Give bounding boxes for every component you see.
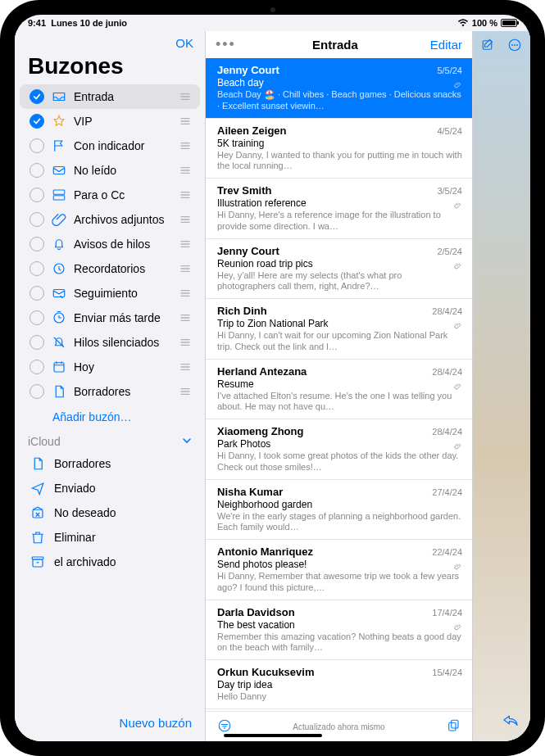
- checkbox[interactable]: [30, 138, 44, 153]
- more-icon[interactable]: •••: [216, 36, 240, 53]
- copy-icon[interactable]: [446, 718, 461, 735]
- mailbox-item-today[interactable]: Hoy: [20, 355, 200, 379]
- mailbox-item-doc[interactable]: Borradores: [20, 379, 200, 404]
- drag-handle-icon[interactable]: [179, 142, 192, 150]
- message-row[interactable]: Antonio Manriquez22/4/24Send photos plea…: [206, 540, 472, 600]
- status-bar: 9:41 Lunes 10 de junio 100 %: [15, 15, 530, 31]
- message-row[interactable]: Nisha Kumar27/4/24Neighborhood gardenWe'…: [206, 480, 472, 541]
- message-row[interactable]: Jenny Court2/5/24Reunion road trip picsH…: [206, 239, 472, 300]
- drag-handle-icon[interactable]: [179, 191, 192, 199]
- message-date: 28/4/24: [432, 306, 462, 316]
- checkbox[interactable]: [30, 114, 44, 129]
- drag-handle-icon[interactable]: [179, 117, 192, 125]
- doc-icon: [30, 455, 46, 472]
- edit-button[interactable]: Editar: [430, 38, 462, 52]
- mailbox-item-inbox[interactable]: Entrada: [20, 84, 200, 109]
- checkbox[interactable]: [30, 310, 44, 325]
- message-subject: Park Photos: [217, 438, 462, 450]
- trash-icon: [30, 529, 46, 545]
- mailbox-label: VIP: [74, 115, 179, 128]
- checkbox[interactable]: [30, 237, 44, 251]
- drag-handle-icon[interactable]: [179, 387, 192, 396]
- checkbox[interactable]: [30, 360, 44, 374]
- message-subject: Neighborhood garden: [217, 499, 462, 510]
- drag-handle-icon[interactable]: [179, 240, 192, 248]
- mailbox-item-mail[interactable]: No leído: [20, 158, 200, 183]
- message-preview-pane: [473, 31, 530, 741]
- mailbox-item-clock[interactable]: Recordatorios: [20, 256, 200, 281]
- account-folder-doc[interactable]: Borradores: [15, 451, 205, 476]
- folder-label: Enviado: [54, 482, 96, 495]
- account-folder-sent[interactable]: Enviado: [15, 476, 205, 500]
- compose-icon[interactable]: [479, 36, 497, 54]
- checkbox[interactable]: [30, 212, 44, 227]
- followup-icon: [51, 285, 67, 301]
- message-date: 15/4/24: [432, 668, 462, 677]
- message-row[interactable]: Jenny Court5/5/24Beach dayBeach Day 🏖️ ·…: [206, 58, 472, 119]
- checkbox[interactable]: [30, 384, 44, 399]
- drag-handle-icon[interactable]: [179, 363, 192, 371]
- mailbox-item-star[interactable]: VIP: [20, 109, 200, 134]
- svg-rect-1: [53, 190, 65, 194]
- mailbox-label: Con indicador: [74, 139, 179, 152]
- drag-handle-icon[interactable]: [179, 314, 192, 322]
- svg-rect-9: [32, 557, 43, 559]
- mailbox-item-clip[interactable]: Archivos adjuntos: [20, 207, 200, 232]
- sync-status: Actualizado ahora mismo: [232, 722, 446, 731]
- flag-icon: [51, 138, 67, 154]
- message-subject: Resume: [217, 378, 462, 390]
- drag-handle-icon[interactable]: [179, 93, 192, 101]
- message-preview: Beach Day 🏖️ · Chill vibes · Beach games…: [217, 89, 462, 112]
- account-folder-junk[interactable]: No deseado: [15, 500, 205, 525]
- drag-handle-icon[interactable]: [179, 166, 192, 174]
- drag-handle-icon[interactable]: [179, 215, 192, 224]
- mailbox-item-sendlater[interactable]: Enviar más tarde: [20, 306, 200, 330]
- mailbox-label: Recordatorios: [74, 262, 179, 275]
- message-preview: Hi Danny, I took some great photos of th…: [217, 450, 462, 473]
- home-indicator[interactable]: [224, 734, 322, 737]
- checkbox[interactable]: [30, 286, 44, 301]
- message-preview: Hello Danny: [217, 691, 462, 703]
- reply-icon[interactable]: [502, 707, 519, 741]
- attachment-icon: [454, 259, 462, 274]
- message-subject: Day trip idea: [217, 679, 462, 690]
- message-date: 2/5/24: [437, 247, 462, 256]
- message-row[interactable]: Aileen Zeigen4/5/245K trainingHey Danny,…: [206, 119, 472, 179]
- mailbox-label: Entrada: [74, 90, 179, 103]
- checkbox[interactable]: [30, 261, 44, 276]
- ok-button[interactable]: OK: [175, 36, 193, 50]
- message-preview: Hi Danny, I can't wait for our upcoming …: [217, 330, 462, 353]
- mailbox-item-tocc[interactable]: Para o Cc: [20, 183, 200, 207]
- message-row[interactable]: Orkun Kucuksevim15/4/24Day trip ideaHell…: [206, 660, 472, 709]
- add-mailbox-button[interactable]: Añadir buzón…: [15, 404, 205, 432]
- mailbox-item-bell[interactable]: Avisos de hilos: [20, 232, 200, 256]
- message-preview: Hey Danny, I wanted to thank you for put…: [217, 150, 462, 173]
- message-subject: 5K training: [217, 138, 462, 149]
- checkbox[interactable]: [30, 188, 44, 202]
- drag-handle-icon[interactable]: [179, 265, 192, 273]
- mailbox-item-flag[interactable]: Con indicador: [20, 134, 200, 158]
- checkbox[interactable]: [30, 89, 44, 104]
- mute-icon: [51, 334, 67, 351]
- message-row[interactable]: Trev Smith3/5/24Illustration referenceHi…: [206, 179, 472, 239]
- filter-icon[interactable]: [217, 718, 232, 735]
- checkbox[interactable]: [30, 335, 44, 350]
- message-subject: Trip to Zion National Park: [217, 318, 462, 329]
- ellipsis-circle-icon[interactable]: [506, 36, 524, 54]
- account-folder-trash[interactable]: Eliminar: [15, 525, 205, 550]
- checkbox[interactable]: [30, 163, 44, 178]
- message-row[interactable]: Darla Davidson17/4/24The best vacationRe…: [206, 600, 472, 661]
- inbox-icon: [51, 88, 67, 105]
- mail-icon: [51, 162, 67, 179]
- new-mailbox-button[interactable]: Nuevo buzón: [15, 708, 205, 741]
- account-section-header[interactable]: iCloud: [15, 432, 205, 451]
- attachment-icon: [454, 620, 462, 635]
- account-folder-archive[interactable]: el archivado: [15, 550, 205, 574]
- drag-handle-icon[interactable]: [179, 338, 192, 346]
- message-row[interactable]: Xiaomeng Zhong28/4/24Park PhotosHi Danny…: [206, 419, 472, 480]
- drag-handle-icon[interactable]: [179, 289, 192, 297]
- mailbox-item-mute[interactable]: Hilos silenciados: [20, 330, 200, 355]
- mailbox-item-followup[interactable]: Seguimiento: [20, 281, 200, 306]
- message-row[interactable]: Herland Antezana28/4/24ResumeI've attach…: [206, 360, 472, 420]
- message-row[interactable]: Rich Dinh28/4/24Trip to Zion National Pa…: [206, 299, 472, 360]
